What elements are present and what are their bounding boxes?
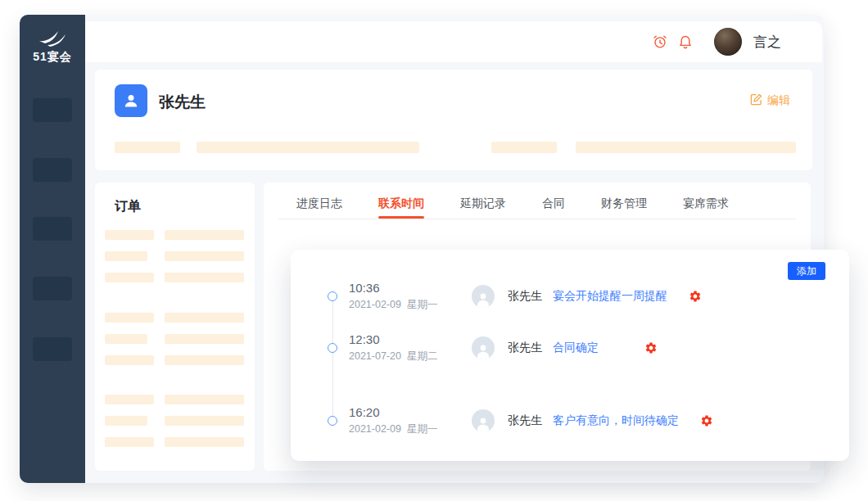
skeleton-bar (105, 313, 154, 323)
edit-button[interactable]: 编辑 (749, 93, 790, 109)
tab-delay-records[interactable]: 延期记录 (460, 196, 506, 210)
sidebar: 51宴会 (20, 15, 85, 483)
skeleton-bar (576, 142, 796, 153)
orders-panel-title: 订单 (115, 198, 141, 215)
timeline-time: 12:30 (349, 332, 455, 346)
skeleton-bar (165, 313, 244, 323)
edit-pencil-icon (749, 93, 763, 109)
tab-bar: 进度日志 联系时间 延期记录 合同 财务管理 宴席需求 (264, 183, 811, 210)
edit-button-label: 编辑 (767, 93, 790, 108)
tab-contract[interactable]: 合同 (542, 196, 565, 210)
gear-icon[interactable] (689, 290, 702, 303)
timeline-row: 12:30 2021-07-20 星期二 张先生 合同确定 (291, 332, 849, 364)
contact-time-popup: 添加 10:36 2021-02-09 星期一 张先生 宴会开始提醒一周提醒 (291, 250, 849, 461)
person-avatar-icon (472, 336, 495, 359)
skeleton-bar (105, 437, 154, 447)
timeline-row: 16:20 2021-02-09 星期一 张先生 客户有意向，时间待确定 (291, 404, 849, 437)
gear-icon[interactable] (644, 341, 658, 354)
user-name: 言之 (753, 33, 781, 52)
sidebar-item-placeholder[interactable] (33, 158, 72, 182)
timeline-date: 2021-02-09 星期一 (349, 422, 455, 436)
timeline-time: 16:20 (349, 405, 455, 419)
timeline-timestamp: 12:30 2021-07-20 星期二 (349, 332, 455, 363)
timeline-date: 2021-07-20 星期二 (349, 350, 455, 363)
gear-icon[interactable] (700, 414, 713, 427)
contact-note-link[interactable]: 客户有意向，时间待确定 (553, 413, 679, 428)
skeleton-bar (165, 334, 244, 344)
skeleton-bar (105, 416, 147, 426)
skeleton-bar (491, 142, 557, 153)
skeleton-bar (165, 395, 244, 404)
sidebar-item-placeholder[interactable] (33, 277, 72, 300)
skeleton-bar (165, 273, 244, 282)
tab-banquet-needs[interactable]: 宴席需求 (683, 196, 729, 210)
user-avatar[interactable] (714, 28, 742, 56)
orders-panel: 订单 (95, 183, 255, 471)
top-bar: 言之 (85, 21, 822, 62)
customer-name-title: 张先生 (159, 92, 206, 113)
contact-name: 张先生 (508, 289, 542, 304)
timeline-timestamp: 16:20 2021-02-09 星期一 (349, 405, 455, 436)
customer-header-card: 张先生 编辑 (95, 70, 812, 170)
person-avatar-icon (472, 409, 495, 432)
sidebar-item-placeholder[interactable] (33, 337, 72, 361)
skeleton-bar (105, 273, 154, 282)
timeline-time: 10:36 (349, 281, 455, 295)
skeleton-bar (165, 230, 244, 240)
tab-finance[interactable]: 财务管理 (601, 196, 647, 210)
contact-name: 张先生 (508, 341, 542, 355)
skeleton-bar (197, 142, 419, 153)
timeline-date: 2021-02-09 星期一 (349, 298, 455, 312)
timeline-dot-icon (328, 343, 337, 353)
skeleton-bar (165, 437, 244, 447)
tab-contact-time[interactable]: 联系时间 (378, 196, 424, 210)
timeline-dot-icon (328, 291, 337, 301)
timeline-dot-icon (328, 416, 337, 426)
wings-icon (20, 29, 85, 49)
skeleton-bar (105, 230, 154, 240)
skeleton-bar (105, 395, 154, 404)
bell-icon[interactable] (676, 33, 694, 51)
skeleton-bar (105, 334, 147, 344)
sidebar-item-placeholder[interactable] (33, 217, 72, 241)
add-button[interactable]: 添加 (788, 262, 825, 280)
contact-note-link[interactable]: 合同确定 (553, 341, 599, 355)
skeleton-bar (115, 142, 180, 153)
skeleton-bar (165, 416, 244, 426)
tab-divider (278, 219, 796, 219)
contact-name: 张先生 (508, 413, 542, 428)
customer-person-icon (115, 84, 147, 117)
app-logo: 51宴会 (20, 29, 85, 65)
sidebar-item-placeholder[interactable] (33, 98, 72, 122)
logo-text: 51宴会 (20, 50, 85, 65)
timeline-timestamp: 10:36 2021-02-09 星期一 (349, 281, 455, 312)
skeleton-bar (105, 251, 147, 261)
alarm-clock-icon[interactable] (651, 33, 669, 51)
person-avatar-icon (472, 285, 495, 308)
screen: 51宴会 言之 (0, 0, 868, 501)
tab-progress-log[interactable]: 进度日志 (296, 196, 342, 210)
skeleton-bar (165, 251, 244, 261)
skeleton-bar (165, 355, 244, 365)
timeline-row: 10:36 2021-02-09 星期一 张先生 宴会开始提醒一周提醒 (291, 280, 849, 313)
skeleton-bar (105, 355, 154, 365)
contact-note-link[interactable]: 宴会开始提醒一周提醒 (553, 289, 667, 304)
